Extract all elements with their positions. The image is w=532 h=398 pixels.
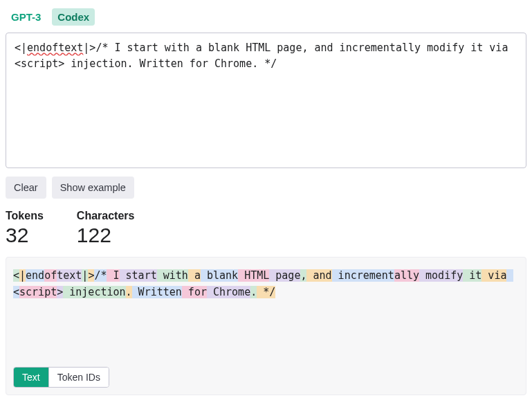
tab-codex[interactable]: Codex [52,8,95,26]
button-row: Clear Show example [6,177,526,199]
input-spellword: endoftext [27,42,83,54]
token: start [120,269,157,282]
token: of [44,269,57,282]
token: end [26,269,44,282]
token: | [19,269,26,282]
token: a [188,269,201,282]
token: via [481,269,506,282]
token: script [19,286,57,298]
token: > [57,286,63,298]
tokens-value: 32 [6,224,44,247]
token: increment [332,269,394,282]
token: with [157,269,188,282]
input-suffix: |>/* I start with a blank HTML page, and… [15,42,508,70]
clear-button[interactable]: Clear [6,177,46,199]
tokens-label: Tokens [6,210,44,222]
token: text [57,269,82,282]
token: page [269,269,300,282]
token: blank [201,269,238,282]
show-example-button[interactable]: Show example [52,177,134,199]
token: I [107,269,119,282]
input-prefix: <| [15,42,27,54]
token: modify [419,269,463,282]
characters-stat: Characters 122 [77,210,135,247]
token: injection [63,286,125,298]
view-token-ids-button[interactable]: Token IDs [48,368,109,387]
token: ally [394,269,419,282]
token: . [250,286,257,298]
token: . [126,286,132,298]
characters-label: Characters [77,210,135,222]
token: < [13,269,19,282]
token: Chrome [207,286,250,298]
tokenizer-input[interactable]: <|endoftext|>/* I start with a blank HTM… [6,33,526,168]
token: and [306,269,331,282]
tab-gpt3[interactable]: GPT-3 [6,8,46,26]
view-text-button[interactable]: Text [14,368,48,387]
token: */ [257,286,275,298]
token: /* [94,269,107,282]
view-toggle: Text Token IDs [13,367,109,388]
model-tabs: GPT-3 Codex [6,8,526,26]
token-display: <|endoftext|>/* I start with a blank HTM… [13,267,519,300]
stats-row: Tokens 32 Characters 122 [6,210,526,247]
characters-value: 122 [77,224,135,247]
token: Written [132,286,182,298]
token: for [182,286,207,298]
token: HTML [238,269,269,282]
token: it [463,269,481,282]
output-panel: <|endoftext|>/* I start with a blank HTM… [6,257,526,395]
tokens-stat: Tokens 32 [6,210,44,247]
